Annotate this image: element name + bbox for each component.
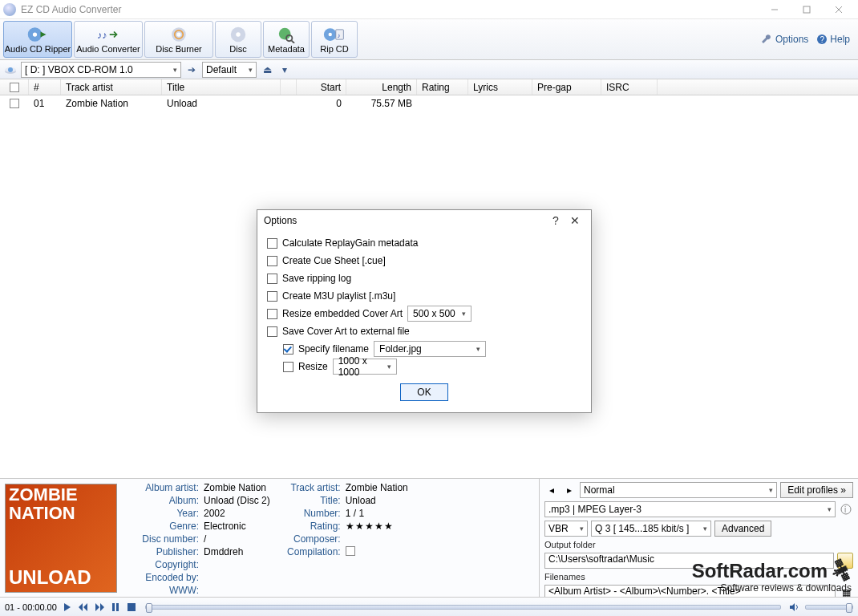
copyright-value[interactable] — [204, 559, 270, 570]
year-value[interactable]: 2002 — [204, 508, 270, 519]
wrench-icon — [762, 34, 773, 45]
row-checkbox[interactable] — [10, 99, 19, 108]
compilation-checkbox[interactable] — [346, 546, 355, 556]
col-length[interactable]: Length — [346, 79, 417, 95]
profile-prev-icon[interactable]: ◂ — [544, 483, 559, 497]
resize-embedded-checkbox[interactable] — [267, 309, 277, 319]
pause-icon[interactable] — [110, 602, 121, 613]
col-title[interactable]: Title — [162, 79, 281, 95]
close-button[interactable] — [823, 1, 855, 18]
replaygain-checkbox[interactable] — [267, 238, 277, 249]
prev-icon[interactable] — [78, 602, 89, 613]
save-external-checkbox[interactable] — [267, 326, 277, 337]
col-lyrics[interactable]: Lyrics — [468, 79, 532, 95]
www-value[interactable] — [204, 585, 270, 596]
output-folder-input[interactable]: C:\Users\softradar\Music — [544, 553, 834, 569]
title-value[interactable]: Unload — [346, 495, 408, 506]
rip-cd-button[interactable]: ♪ Rip CD — [311, 21, 358, 58]
toolbar-label: Disc — [229, 44, 246, 54]
maximize-button[interactable] — [791, 1, 823, 18]
col-start[interactable]: Start — [297, 79, 346, 95]
eject-icon[interactable]: ⏏ — [260, 63, 274, 77]
album-artist-value[interactable]: Zombie Nation — [204, 482, 270, 493]
toolbar-label: Metadata — [268, 44, 305, 54]
quality-select[interactable]: Q 3 [ 145...185 kbit/s ]▾ — [591, 521, 711, 537]
seek-slider[interactable] — [145, 605, 781, 610]
select-all-checkbox[interactable] — [10, 83, 19, 92]
window-title: EZ CD Audio Converter — [21, 4, 759, 15]
volume-icon[interactable] — [789, 602, 800, 613]
svg-text:i: i — [844, 505, 846, 514]
minimize-button[interactable] — [759, 1, 791, 18]
track-row[interactable]: 01 Zombie Nation Unload 0 75.57 MB — [0, 95, 858, 111]
volume-slider[interactable] — [805, 605, 853, 610]
publisher-value[interactable]: Dmddreh — [204, 546, 270, 557]
arrow-right-icon[interactable]: ➔ — [184, 63, 199, 77]
options-link[interactable]: Options — [762, 34, 808, 45]
album-value[interactable]: Unload (Disc 2) — [204, 495, 270, 506]
drive-select[interactable]: [ D: ] VBOX CD-ROM 1.0▾ — [21, 62, 181, 78]
profile-select[interactable]: Default▾ — [202, 62, 257, 78]
cue-checkbox[interactable] — [267, 256, 277, 266]
info-icon[interactable]: i — [839, 502, 853, 517]
specify-filename-select[interactable]: Folder.jpg▾ — [374, 341, 486, 357]
number-value[interactable]: 1 / 1 — [346, 508, 408, 519]
svg-text:♪♪: ♪♪ — [97, 30, 107, 41]
col-rating[interactable]: Rating — [417, 79, 468, 95]
output-panel: ◂ ▸ Normal▾ Edit profiles » .mp3 | MPEG … — [539, 479, 858, 597]
metadata-area: Album artist:Zombie Nation Album:Unload … — [120, 479, 539, 597]
drive-icon — [3, 63, 18, 77]
stop-icon[interactable] — [126, 602, 137, 613]
play-icon[interactable] — [62, 602, 73, 613]
resize-embedded-select[interactable]: 500 x 500▾ — [407, 306, 471, 322]
edit-profiles-button[interactable]: Edit profiles » — [780, 482, 853, 498]
ok-button[interactable]: OK — [400, 383, 447, 401]
col-num[interactable]: # — [29, 79, 61, 95]
cd-icon — [26, 25, 49, 44]
dialog-close-icon[interactable]: ✕ — [565, 214, 585, 227]
close-tray-icon[interactable]: ▾ — [277, 63, 292, 77]
globe-search-icon — [275, 25, 297, 44]
disc-burn-icon — [168, 25, 190, 44]
disc-button[interactable]: Disc — [215, 21, 261, 58]
help-link[interactable]: ?Help — [816, 34, 850, 45]
cover-art-area[interactable]: ZOMBIE NATION UNLOAD — [0, 479, 120, 597]
svg-point-12 — [279, 28, 291, 40]
svg-line-14 — [291, 40, 294, 43]
toolbar-label: Audio CD Ripper — [5, 44, 71, 54]
cover-art: ZOMBIE NATION UNLOAD — [5, 484, 117, 593]
vbr-select[interactable]: VBR▾ — [544, 521, 588, 537]
audio-converter-button[interactable]: ♪♪ Audio Converter — [74, 21, 143, 58]
svg-rect-26 — [112, 603, 115, 611]
track-artist-value[interactable]: Zombie Nation — [346, 482, 408, 493]
disc-burner-button[interactable]: Disc Burner — [144, 21, 213, 58]
col-artist[interactable]: Track artist — [61, 79, 162, 95]
track-table-header: # Track artist Title Start Length Rating… — [0, 79, 858, 95]
resize-external-checkbox[interactable] — [283, 362, 293, 372]
col-pregap[interactable]: Pre-gap — [532, 79, 601, 95]
audio-cd-ripper-button[interactable]: Audio CD Ripper — [3, 21, 72, 58]
next-icon[interactable] — [94, 602, 105, 613]
genre-value[interactable]: Electronic — [204, 521, 270, 532]
player-bar: 01 - 00:00.00 — [0, 597, 858, 616]
disc-number-value[interactable]: / — [204, 533, 270, 545]
svg-text:?: ? — [820, 35, 825, 44]
encoded-by-value[interactable] — [204, 572, 270, 583]
svg-rect-28 — [127, 603, 136, 611]
rating-value[interactable]: ★★★★★ — [346, 521, 408, 532]
profile-mode-select[interactable]: Normal▾ — [580, 482, 777, 498]
m3u-checkbox[interactable] — [267, 291, 277, 302]
specify-filename-checkbox[interactable] — [283, 344, 293, 355]
metadata-button[interactable]: Metadata — [263, 21, 310, 58]
composer-value[interactable] — [346, 533, 408, 545]
col-isrc[interactable]: ISRC — [601, 79, 658, 95]
log-checkbox[interactable] — [267, 274, 277, 284]
advanced-button[interactable]: Advanced — [714, 521, 771, 537]
dialog-help-icon[interactable]: ? — [546, 214, 565, 227]
window-titlebar: EZ CD Audio Converter — [0, 0, 858, 19]
format-select[interactable]: .mp3 | MPEG Layer-3▾ — [544, 501, 836, 517]
resize-external-select[interactable]: 1000 x 1000▾ — [333, 359, 397, 375]
profile-next-icon[interactable]: ▸ — [562, 483, 577, 497]
browse-folder-icon[interactable] — [837, 553, 853, 569]
svg-rect-27 — [116, 603, 119, 611]
